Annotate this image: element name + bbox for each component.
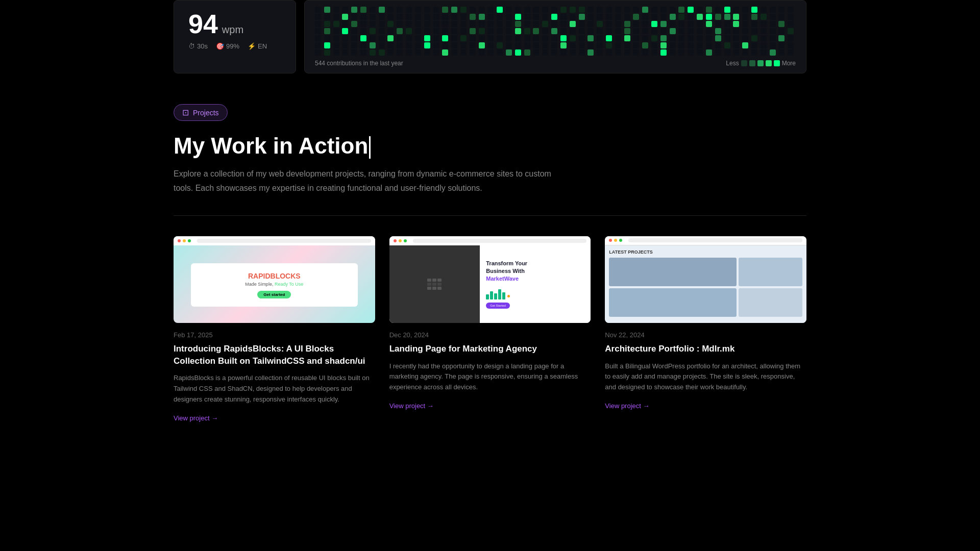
project-desc-3: Built a Bilingual WordPress portfolio fo… <box>605 361 806 393</box>
mkt-dot-green <box>404 239 407 242</box>
key <box>427 287 431 290</box>
main-content: ⊡ Projects My Work in Action Explore a c… <box>0 104 980 422</box>
mkt-cta: Get Started <box>486 303 510 309</box>
browser-dot-red <box>178 239 181 242</box>
wpm-language: ⚡ EN <box>248 42 267 50</box>
rapids-card-inner: RAPIDBLOCKS Made Simple, Ready To Use Ge… <box>191 263 357 307</box>
contributions-legend: Less More <box>726 60 796 67</box>
arch-content: LATEST PROJECTS <box>605 245 806 323</box>
legend-cell-1 <box>741 60 747 66</box>
browser-dot-green <box>188 239 191 242</box>
browser-url-bar <box>197 239 371 243</box>
mkt-content: Transform YourBusiness WithMarketWave Ge… <box>389 245 591 323</box>
arch-image-grid <box>609 258 802 317</box>
arch-dot-yellow <box>614 239 617 242</box>
mkt-right: Transform YourBusiness WithMarketWave Ge… <box>480 245 591 323</box>
contributions-footer: 544 contributions in the last year Less … <box>315 60 796 67</box>
clock-icon: ⏱ <box>188 42 195 50</box>
project-thumb-1: RAPIDBLOCKS Made Simple, Ready To Use Ge… <box>174 236 375 323</box>
arch-img-2 <box>609 288 737 317</box>
legend-cell-4 <box>766 60 772 66</box>
wpm-meta: ⏱ 30s 🎯 99% ⚡ EN <box>188 42 281 50</box>
projects-badge: ⊡ Projects <box>174 104 228 121</box>
bar <box>486 294 489 299</box>
arch-dot-green <box>619 239 622 242</box>
legend-cell-2 <box>749 60 755 66</box>
cursor <box>369 136 371 159</box>
key <box>432 283 436 286</box>
language-icon: ⚡ <box>248 42 256 50</box>
key <box>437 283 442 286</box>
legend-cell-3 <box>757 60 764 66</box>
project-desc-1: RapidsBlocks is a powerful collection of… <box>174 373 375 405</box>
arch-img-3 <box>739 288 802 317</box>
project-date-2: Dec 20, 2024 <box>389 331 591 339</box>
project-title-2: Landing Page for Marketing Agency <box>389 343 591 355</box>
projects-badge-label: Projects <box>193 109 219 117</box>
key <box>437 287 442 290</box>
project-title-1: Introducing RapidsBlocks: A UI Blocks Co… <box>174 343 375 367</box>
bar <box>502 292 505 299</box>
arch-img-main <box>609 258 737 286</box>
rapids-card-title: RAPIDBLOCKS <box>248 271 301 281</box>
rapids-card-subtitle: Made Simple, Ready To Use <box>245 282 303 287</box>
view-project-link-3[interactable]: View project → <box>605 402 649 410</box>
project-card-3: LATEST PROJECTS Nov 22, 2024 Architectur… <box>605 236 806 422</box>
key <box>427 279 431 282</box>
accuracy-icon: 🎯 <box>216 42 224 50</box>
project-card-2: Transform YourBusiness WithMarketWave Ge… <box>389 236 591 422</box>
wpm-time: ⏱ 30s <box>188 42 208 50</box>
chart-dot <box>507 295 510 297</box>
arch-dot-red <box>609 239 612 242</box>
wpm-value: 94 <box>188 11 218 37</box>
key <box>427 283 431 286</box>
mkt-left <box>389 245 480 323</box>
browser-bar-1 <box>174 236 375 245</box>
contributions-grid <box>315 7 796 56</box>
arch-header-text: LATEST PROJECTS <box>609 249 802 255</box>
project-date-1: Feb 17, 2025 <box>174 331 375 339</box>
projects-grid: RAPIDBLOCKS Made Simple, Ready To Use Ge… <box>174 236 806 422</box>
view-project-link-1[interactable]: View project → <box>174 414 218 422</box>
key <box>432 287 436 290</box>
divider <box>174 215 806 216</box>
calculator-keys <box>427 279 442 290</box>
project-thumb-2: Transform YourBusiness WithMarketWave Ge… <box>389 236 591 323</box>
top-widgets-row: 94 wpm ⏱ 30s 🎯 99% ⚡ EN 544 contribution… <box>0 0 980 73</box>
projects-badge-icon: ⊡ <box>182 108 189 117</box>
wpm-card: 94 wpm ⏱ 30s 🎯 99% ⚡ EN <box>174 0 296 73</box>
mkt-btns: Get Started <box>486 303 584 309</box>
project-thumb-3: LATEST PROJECTS <box>605 236 806 323</box>
view-project-link-2[interactable]: View project → <box>389 402 434 410</box>
bar <box>494 293 497 299</box>
contributions-card: 544 contributions in the last year Less … <box>304 0 806 73</box>
project-date-3: Nov 22, 2024 <box>605 331 806 339</box>
key <box>437 279 442 282</box>
bar <box>498 289 501 299</box>
section-title: My Work in Action <box>174 133 806 159</box>
mkt-chart <box>486 287 584 299</box>
contributions-count: 544 contributions in the last year <box>315 60 403 67</box>
arch-img-1 <box>739 258 802 286</box>
section-description: Explore a collection of my web developme… <box>174 167 572 194</box>
legend-cell-5 <box>774 60 780 66</box>
browser-dot-yellow <box>183 239 186 242</box>
mkt-heading: Transform YourBusiness WithMarketWave <box>486 260 584 283</box>
key <box>432 279 436 282</box>
rapids-get-started-btn: Get started <box>257 291 291 298</box>
mkt-dot-red <box>394 239 397 242</box>
project-title-3: Architecture Portfolio : Mdlr.mk <box>605 343 806 355</box>
bar <box>490 291 493 299</box>
mkt-url-bar <box>413 239 587 243</box>
mkt-dot-yellow <box>399 239 402 242</box>
wpm-accuracy: 🎯 99% <box>216 42 239 50</box>
project-card-1: RAPIDBLOCKS Made Simple, Ready To Use Ge… <box>174 236 375 422</box>
browser-bar-2 <box>389 236 591 245</box>
project-desc-2: I recently had the opportunity to design… <box>389 361 591 393</box>
wpm-label: wpm <box>222 24 243 36</box>
arch-browser-bar <box>605 236 806 245</box>
arch-url-bar <box>628 238 802 242</box>
